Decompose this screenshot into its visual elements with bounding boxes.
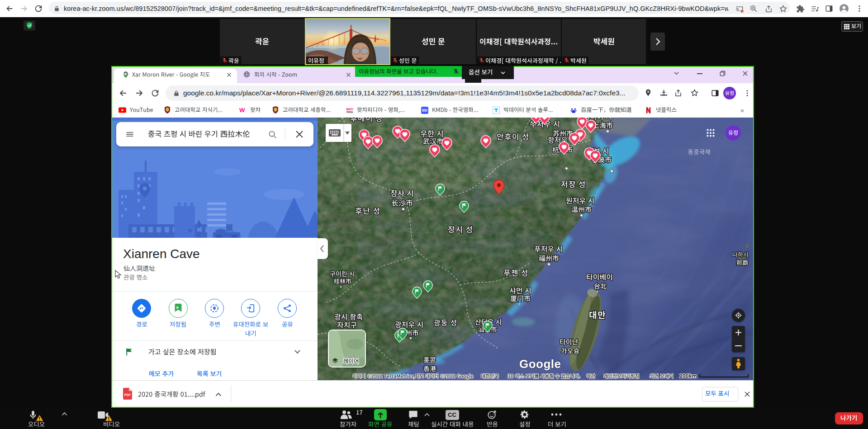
svg-text:W: W (239, 107, 245, 113)
svg-text:PEDIA: PEDIA (346, 111, 353, 113)
svg-text:PDF: PDF (124, 393, 131, 396)
svg-text:WATCHA: WATCHA (346, 108, 353, 111)
